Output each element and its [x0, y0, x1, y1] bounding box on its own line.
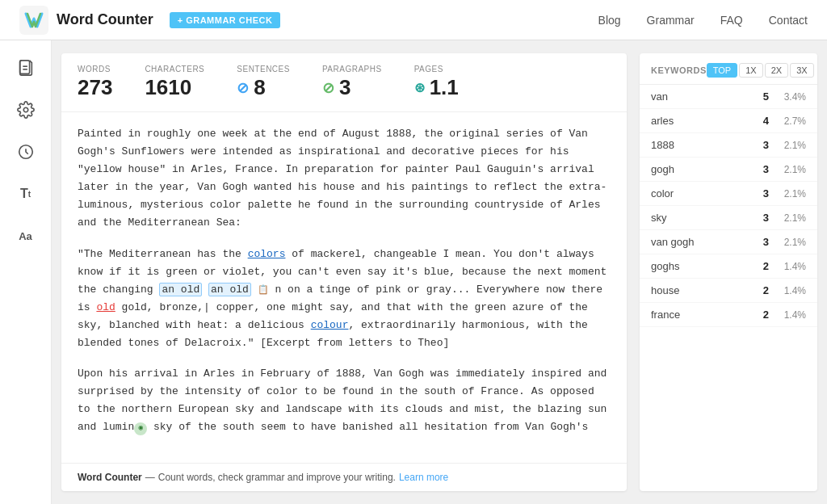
keyword-count: 3	[763, 187, 769, 200]
grammar-check-button[interactable]: + GRAMMAR CHECK	[170, 12, 281, 28]
keyword-row[interactable]: goghs 2 1.4%	[640, 254, 817, 279]
svg-point-4	[23, 107, 28, 112]
keywords-header: KEYWORDS TOP 1X 2X 3X	[640, 53, 817, 85]
sentences-value: ⊘ 8	[237, 75, 290, 100]
keyword-row[interactable]: france 2 1.4%	[640, 303, 817, 327]
keyword-word: goghs	[651, 260, 763, 272]
svg-rect-1	[19, 61, 29, 74]
keyword-count: 3	[763, 139, 769, 151]
pages-value: ⊛ 1.1	[414, 75, 459, 100]
colors-link[interactable]: colors	[248, 248, 286, 260]
tab-1x[interactable]: 1X	[739, 63, 762, 78]
keyword-pct: 2.7%	[777, 116, 806, 127]
sidebar-document-icon[interactable]	[11, 53, 40, 82]
words-label: WORDS	[78, 65, 112, 74]
sentences-label: SENTENCES	[237, 65, 290, 74]
nav-grammar[interactable]: Grammar	[647, 14, 695, 27]
nav-blog[interactable]: Blog	[598, 14, 621, 27]
logo-icon	[19, 6, 48, 35]
keyword-pct: 2.1%	[777, 164, 806, 175]
keyword-word: color	[651, 187, 763, 200]
paragraph-3: Upon his arrival in Arles in February of…	[78, 365, 611, 436]
sidebar-circle-icon[interactable]	[11, 137, 40, 166]
keyword-count: 2	[763, 309, 769, 321]
keywords-panel: KEYWORDS TOP 1X 2X 3X van 5 3.4% arles 4…	[640, 53, 817, 491]
characters-value: 1610	[145, 75, 204, 100]
stat-paragraphs: PARAGRAPHS ⊘ 3	[322, 65, 382, 100]
keyword-count: 5	[763, 90, 769, 103]
keyword-pct: 2.1%	[777, 140, 806, 151]
highlight-an-old-1: an old	[159, 283, 202, 296]
app-title: Word Counter	[57, 11, 153, 28]
keyword-word: gogh	[651, 163, 763, 175]
keyword-count: 3	[763, 236, 769, 248]
keywords-tabs: TOP 1X 2X 3X	[707, 63, 814, 78]
keyword-row[interactable]: color 3 2.1%	[640, 182, 817, 206]
keyword-word: van gogh	[651, 236, 763, 248]
tab-2x[interactable]: 2X	[765, 63, 788, 78]
keyword-count: 3	[763, 163, 769, 175]
sidebar-font-icon[interactable]: Tt	[11, 179, 40, 208]
text-content[interactable]: Painted in roughly one week at the end o…	[61, 112, 627, 463]
characters-label: CHARACTERS	[145, 65, 204, 74]
footer-brand: Word Counter	[78, 472, 142, 483]
keyword-count: 2	[763, 284, 769, 296]
nav-contact[interactable]: Contact	[769, 14, 808, 27]
content-area: WORDS 273 CHARACTERS 1610 SENTENCES ⊘ 8 …	[61, 53, 627, 491]
pages-label: PAGES	[414, 65, 459, 74]
keyword-pct: 2.1%	[777, 188, 806, 200]
stat-words: WORDS 273	[78, 65, 112, 100]
stats-bar: WORDS 273 CHARACTERS 1610 SENTENCES ⊘ 8 …	[61, 53, 627, 112]
left-sidebar: Tt Aa	[0, 40, 52, 504]
footer-bar: Word Counter — Count words, check gramma…	[61, 463, 627, 491]
keyword-pct: 2.1%	[777, 237, 806, 248]
keyword-pct: 3.4%	[777, 91, 806, 103]
main-nav: Blog Grammar FAQ Contact	[598, 14, 808, 27]
tab-3x[interactable]: 3X	[790, 63, 813, 78]
keyword-row[interactable]: sky 3 2.1%	[640, 206, 817, 230]
sidebar-settings-icon[interactable]	[11, 95, 40, 124]
keyword-row[interactable]: van gogh 3 2.1%	[640, 230, 817, 254]
keyword-row[interactable]: gogh 3 2.1%	[640, 158, 817, 182]
paragraphs-value: ⊘ 3	[322, 75, 382, 100]
paragraphs-label: PARAGRAPHS	[322, 65, 382, 74]
keyword-count: 3	[763, 212, 769, 224]
keyword-pct: 1.4%	[777, 309, 806, 321]
colour-link[interactable]: colour	[311, 319, 349, 331]
header: Word Counter + GRAMMAR CHECK Blog Gramma…	[0, 0, 827, 40]
keyword-row[interactable]: arles 4 2.7%	[640, 109, 817, 133]
pages-icon: ⊛	[414, 80, 425, 95]
paragraphs-icon: ⊘	[322, 79, 334, 97]
keyword-pct: 1.4%	[777, 285, 806, 296]
footer-learn-more[interactable]: Learn more	[399, 472, 448, 483]
keyword-word: arles	[651, 115, 763, 127]
keyword-row[interactable]: 1888 3 2.1%	[640, 133, 817, 158]
paragraph-1: Painted in roughly one week at the end o…	[78, 125, 611, 233]
sidebar-aa-icon[interactable]: Aa	[11, 221, 40, 250]
stat-pages: PAGES ⊛ 1.1	[414, 65, 459, 100]
logo-area: Word Counter + GRAMMAR CHECK	[19, 6, 280, 35]
footer-dash: —	[145, 472, 155, 483]
stat-sentences: SENTENCES ⊘ 8	[237, 65, 290, 100]
sentences-icon: ⊘	[237, 79, 249, 97]
paragraph-2: "The Mediterranean has the colors of mac…	[78, 246, 611, 353]
keyword-count: 4	[763, 115, 769, 127]
main-layout: Tt Aa WORDS 273 CHARACTERS 1610 SENTENCE…	[0, 40, 827, 504]
keywords-list: van 5 3.4% arles 4 2.7% 1888 3 2.1% gogh…	[640, 85, 817, 491]
keyword-word: france	[651, 309, 763, 321]
keyword-pct: 2.1%	[777, 212, 806, 224]
highlight-an-old-2: an old	[208, 283, 251, 296]
circle-marker: ◉	[134, 422, 147, 435]
keyword-word: van	[651, 90, 763, 103]
footer-description: Count words, check grammar and improve y…	[158, 472, 396, 483]
clipboard-icon[interactable]: 📋	[258, 285, 269, 295]
keyword-row[interactable]: van 5 3.4%	[640, 85, 817, 109]
stat-characters: CHARACTERS 1610	[145, 65, 204, 100]
old-highlight: old	[96, 301, 115, 313]
keyword-word: 1888	[651, 139, 763, 151]
tab-top[interactable]: TOP	[707, 63, 737, 78]
keyword-count: 2	[763, 260, 769, 272]
nav-faq[interactable]: FAQ	[720, 14, 743, 27]
keyword-row[interactable]: house 2 1.4%	[640, 279, 817, 303]
keywords-title: KEYWORDS	[651, 65, 707, 75]
